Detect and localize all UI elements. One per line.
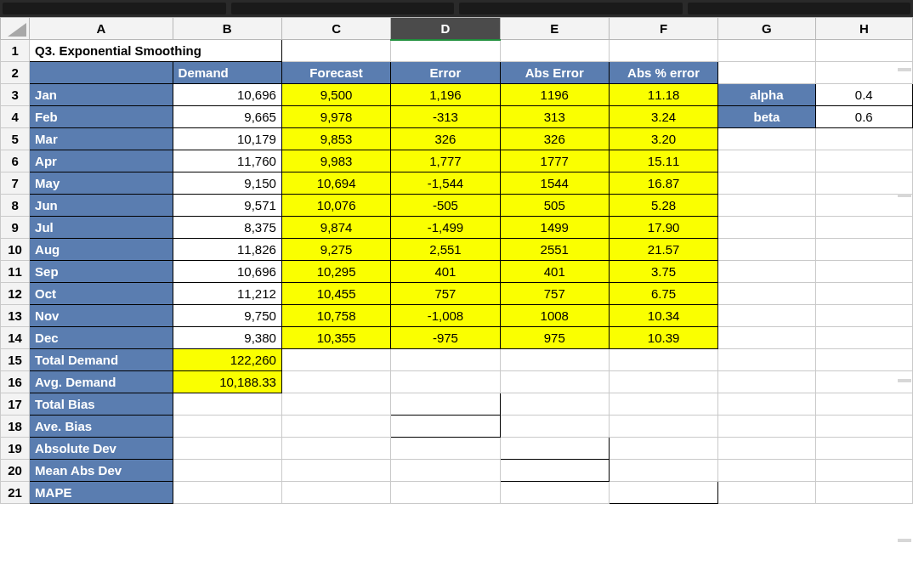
row-header[interactable]: 21 — [1, 482, 30, 504]
cell[interactable] — [391, 460, 500, 482]
error-cell[interactable]: -1,544 — [391, 172, 500, 195]
forecast-cell[interactable]: 10,694 — [281, 172, 390, 195]
error-cell[interactable]: -313 — [391, 106, 500, 128]
error-cell[interactable]: -975 — [391, 327, 500, 349]
month-label[interactable]: Jun — [30, 195, 173, 217]
demand-cell[interactable]: 9,750 — [173, 305, 281, 327]
cell[interactable] — [609, 438, 717, 460]
ave-bias-label[interactable]: Ave. Bias — [30, 416, 173, 438]
row-header[interactable]: 16 — [1, 371, 30, 393]
error-cell[interactable]: 757 — [391, 283, 500, 305]
demand-cell[interactable]: 11,212 — [173, 283, 281, 305]
mad-label[interactable]: Mean Abs Dev — [30, 460, 173, 482]
month-label[interactable]: Sep — [30, 261, 173, 283]
row-header[interactable]: 5 — [1, 128, 30, 150]
abs-error-cell[interactable]: 2551 — [500, 239, 609, 261]
ave-bias-value[interactable] — [391, 416, 500, 438]
abs-error-cell[interactable]: 1544 — [500, 172, 609, 195]
cell[interactable] — [609, 371, 717, 393]
row-header[interactable]: 13 — [1, 305, 30, 327]
cell[interactable] — [718, 62, 815, 84]
abs-error-cell[interactable]: 1196 — [500, 84, 609, 106]
col-header-H[interactable]: H — [815, 18, 912, 40]
header-abs-pct-error[interactable]: Abs % error — [609, 62, 717, 84]
abs-dev-label[interactable]: Absolute Dev — [30, 438, 173, 460]
col-header-G[interactable]: G — [718, 18, 815, 40]
cell[interactable] — [281, 40, 390, 62]
demand-cell[interactable]: 11,826 — [173, 239, 281, 261]
row-header[interactable]: 19 — [1, 438, 30, 460]
cell[interactable] — [815, 393, 912, 416]
cell[interactable] — [815, 62, 912, 84]
alpha-value[interactable]: 0.4 — [815, 84, 912, 106]
cell[interactable] — [281, 349, 390, 371]
select-all-corner[interactable] — [1, 18, 30, 40]
forecast-cell[interactable]: 9,275 — [281, 239, 390, 261]
cell[interactable] — [815, 283, 912, 305]
beta-value[interactable]: 0.6 — [815, 106, 912, 128]
cell[interactable] — [173, 460, 281, 482]
abs-pct-cell[interactable]: 16.87 — [609, 172, 717, 195]
row-header[interactable]: 20 — [1, 460, 30, 482]
cell[interactable] — [173, 482, 281, 504]
cell[interactable] — [391, 40, 500, 62]
cell[interactable] — [718, 349, 815, 371]
month-label[interactable]: May — [30, 172, 173, 195]
cell[interactable] — [815, 261, 912, 283]
forecast-cell[interactable]: 9,978 — [281, 106, 390, 128]
beta-label[interactable]: beta — [718, 106, 815, 128]
avg-demand-value[interactable]: 10,188.33 — [173, 371, 281, 393]
cell[interactable] — [173, 416, 281, 438]
demand-cell[interactable]: 8,375 — [173, 217, 281, 239]
cell[interactable] — [815, 305, 912, 327]
header-blank[interactable] — [30, 62, 173, 84]
cell[interactable] — [281, 371, 390, 393]
row-header[interactable]: 1 — [1, 40, 30, 62]
cell[interactable] — [815, 349, 912, 371]
cell[interactable] — [391, 482, 500, 504]
title-cell[interactable]: Q3. Exponential Smoothing — [30, 40, 282, 62]
abs-error-cell[interactable]: 975 — [500, 327, 609, 349]
abs-pct-cell[interactable]: 3.24 — [609, 106, 717, 128]
cell[interactable] — [609, 393, 717, 416]
error-cell[interactable]: 1,196 — [391, 84, 500, 106]
cell[interactable] — [815, 371, 912, 393]
row-header[interactable]: 18 — [1, 416, 30, 438]
row-header[interactable]: 6 — [1, 150, 30, 172]
cell[interactable] — [718, 283, 815, 305]
row-header[interactable]: 15 — [1, 349, 30, 371]
abs-pct-cell[interactable]: 3.20 — [609, 128, 717, 150]
month-label[interactable]: Jul — [30, 217, 173, 239]
cell[interactable] — [815, 239, 912, 261]
cell[interactable] — [173, 438, 281, 460]
month-label[interactable]: Feb — [30, 106, 173, 128]
abs-error-cell[interactable]: 1008 — [500, 305, 609, 327]
alpha-label[interactable]: alpha — [718, 84, 815, 106]
cell[interactable] — [718, 40, 815, 62]
cell[interactable] — [609, 460, 717, 482]
abs-pct-cell[interactable]: 15.11 — [609, 150, 717, 172]
demand-cell[interactable]: 11,760 — [173, 150, 281, 172]
row-header[interactable]: 17 — [1, 393, 30, 416]
cell[interactable] — [815, 217, 912, 239]
forecast-cell[interactable]: 9,983 — [281, 150, 390, 172]
total-demand-value[interactable]: 122,260 — [173, 349, 281, 371]
forecast-cell[interactable]: 10,758 — [281, 305, 390, 327]
cell[interactable] — [718, 128, 815, 150]
error-cell[interactable]: -1,499 — [391, 217, 500, 239]
col-header-F[interactable]: F — [609, 18, 717, 40]
row-header[interactable]: 4 — [1, 106, 30, 128]
cell[interactable] — [718, 371, 815, 393]
row-header[interactable]: 12 — [1, 283, 30, 305]
abs-error-cell[interactable]: 505 — [500, 195, 609, 217]
grid[interactable]: A B C D E F G H 1 Q3. Exponential Smooth… — [0, 17, 913, 504]
cell[interactable] — [281, 482, 390, 504]
cell[interactable] — [173, 393, 281, 416]
abs-pct-cell[interactable]: 17.90 — [609, 217, 717, 239]
cell[interactable] — [718, 172, 815, 195]
cell[interactable] — [500, 349, 609, 371]
demand-cell[interactable]: 10,696 — [173, 261, 281, 283]
abs-pct-cell[interactable]: 6.75 — [609, 283, 717, 305]
forecast-cell[interactable]: 10,355 — [281, 327, 390, 349]
row-header[interactable]: 11 — [1, 261, 30, 283]
